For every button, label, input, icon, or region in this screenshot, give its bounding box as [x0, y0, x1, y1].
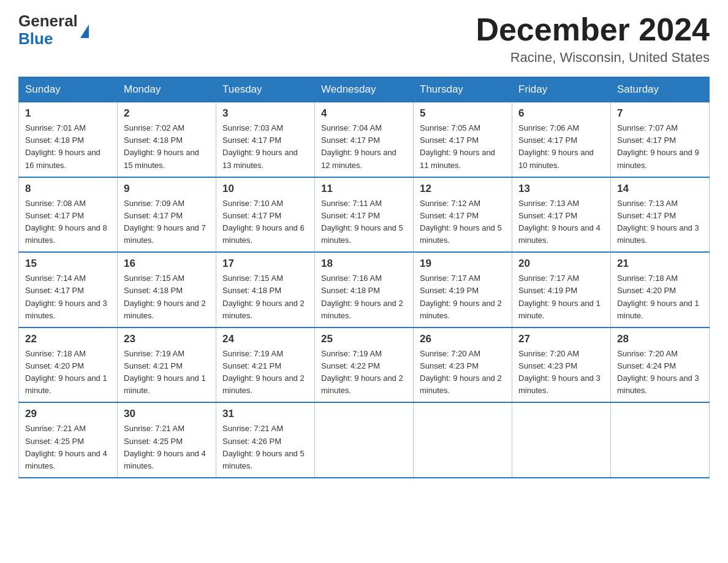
table-row: 3 Sunrise: 7:03 AM Sunset: 4:17 PM Dayli…	[216, 102, 315, 177]
table-row: 28 Sunrise: 7:20 AM Sunset: 4:24 PM Dayl…	[611, 327, 710, 403]
col-monday: Monday	[118, 77, 216, 102]
table-row	[611, 402, 710, 478]
day-number: 4	[321, 107, 407, 120]
day-info: Sunrise: 7:05 AM Sunset: 4:17 PM Dayligh…	[420, 122, 506, 172]
logo-blue-text: Blue	[18, 30, 78, 48]
day-info: Sunrise: 7:20 AM Sunset: 4:23 PM Dayligh…	[518, 348, 604, 397]
day-info: Sunrise: 7:12 AM Sunset: 4:17 PM Dayligh…	[420, 197, 506, 247]
day-info: Sunrise: 7:20 AM Sunset: 4:23 PM Dayligh…	[420, 348, 506, 397]
day-number: 7	[617, 107, 703, 120]
day-info: Sunrise: 7:19 AM Sunset: 4:22 PM Dayligh…	[321, 348, 407, 397]
table-row: 9 Sunrise: 7:09 AM Sunset: 4:17 PM Dayli…	[118, 177, 216, 253]
table-row: 21 Sunrise: 7:18 AM Sunset: 4:20 PM Dayl…	[611, 252, 710, 327]
day-info: Sunrise: 7:20 AM Sunset: 4:24 PM Dayligh…	[617, 348, 703, 397]
table-row: 20 Sunrise: 7:17 AM Sunset: 4:19 PM Dayl…	[512, 252, 611, 327]
table-row: 22 Sunrise: 7:18 AM Sunset: 4:20 PM Dayl…	[19, 327, 118, 403]
day-info: Sunrise: 7:01 AM Sunset: 4:18 PM Dayligh…	[25, 122, 111, 172]
table-row: 2 Sunrise: 7:02 AM Sunset: 4:18 PM Dayli…	[118, 102, 216, 177]
table-row: 14 Sunrise: 7:13 AM Sunset: 4:17 PM Dayl…	[611, 177, 710, 253]
day-number: 6	[518, 107, 604, 120]
table-row: 11 Sunrise: 7:11 AM Sunset: 4:17 PM Dayl…	[315, 177, 414, 253]
calendar-week-row: 1 Sunrise: 7:01 AM Sunset: 4:18 PM Dayli…	[19, 102, 710, 177]
day-info: Sunrise: 7:15 AM Sunset: 4:18 PM Dayligh…	[222, 272, 308, 322]
col-sunday: Sunday	[19, 77, 118, 102]
day-number: 23	[124, 333, 210, 345]
day-info: Sunrise: 7:15 AM Sunset: 4:18 PM Dayligh…	[124, 272, 210, 322]
day-number: 11	[321, 183, 407, 195]
page-header: General Blue December 2024 Racine, Wisco…	[18, 12, 710, 66]
day-number: 31	[222, 408, 308, 420]
day-number: 28	[617, 333, 703, 345]
table-row: 8 Sunrise: 7:08 AM Sunset: 4:17 PM Dayli…	[19, 177, 118, 253]
day-number: 10	[222, 183, 308, 195]
table-row: 24 Sunrise: 7:19 AM Sunset: 4:21 PM Dayl…	[216, 327, 315, 403]
day-info: Sunrise: 7:03 AM Sunset: 4:17 PM Dayligh…	[222, 122, 308, 172]
col-tuesday: Tuesday	[216, 77, 315, 102]
day-info: Sunrise: 7:18 AM Sunset: 4:20 PM Dayligh…	[25, 348, 111, 397]
days-of-week-row: Sunday Monday Tuesday Wednesday Thursday…	[19, 77, 710, 102]
table-row: 18 Sunrise: 7:16 AM Sunset: 4:18 PM Dayl…	[315, 252, 414, 327]
day-number: 13	[518, 183, 604, 195]
day-info: Sunrise: 7:17 AM Sunset: 4:19 PM Dayligh…	[420, 272, 506, 322]
day-info: Sunrise: 7:19 AM Sunset: 4:21 PM Dayligh…	[222, 348, 308, 397]
day-number: 25	[321, 333, 407, 345]
location-subtitle: Racine, Wisconsin, United States	[476, 50, 710, 66]
day-number: 5	[420, 107, 506, 120]
day-number: 22	[25, 333, 111, 345]
table-row: 30 Sunrise: 7:21 AM Sunset: 4:25 PM Dayl…	[118, 402, 216, 478]
table-row: 1 Sunrise: 7:01 AM Sunset: 4:18 PM Dayli…	[19, 102, 118, 177]
calendar-week-row: 29 Sunrise: 7:21 AM Sunset: 4:25 PM Dayl…	[19, 402, 710, 478]
day-number: 24	[222, 333, 308, 345]
table-row: 7 Sunrise: 7:07 AM Sunset: 4:17 PM Dayli…	[611, 102, 710, 177]
day-number: 30	[124, 408, 210, 420]
day-info: Sunrise: 7:17 AM Sunset: 4:19 PM Dayligh…	[518, 272, 604, 322]
table-row: 5 Sunrise: 7:05 AM Sunset: 4:17 PM Dayli…	[414, 102, 512, 177]
table-row: 25 Sunrise: 7:19 AM Sunset: 4:22 PM Dayl…	[315, 327, 414, 403]
table-row: 27 Sunrise: 7:20 AM Sunset: 4:23 PM Dayl…	[512, 327, 611, 403]
logo-general-text: General	[18, 12, 78, 30]
day-number: 17	[222, 258, 308, 270]
day-number: 26	[420, 333, 506, 345]
calendar-week-row: 15 Sunrise: 7:14 AM Sunset: 4:17 PM Dayl…	[19, 252, 710, 327]
calendar-week-row: 22 Sunrise: 7:18 AM Sunset: 4:20 PM Dayl…	[19, 327, 710, 403]
table-row: 13 Sunrise: 7:13 AM Sunset: 4:17 PM Dayl…	[512, 177, 611, 253]
day-info: Sunrise: 7:10 AM Sunset: 4:17 PM Dayligh…	[222, 197, 308, 247]
table-row: 16 Sunrise: 7:15 AM Sunset: 4:18 PM Dayl…	[118, 252, 216, 327]
day-number: 21	[617, 258, 703, 270]
day-number: 27	[518, 333, 604, 345]
day-number: 12	[420, 183, 506, 195]
day-info: Sunrise: 7:13 AM Sunset: 4:17 PM Dayligh…	[617, 197, 703, 247]
day-info: Sunrise: 7:14 AM Sunset: 4:17 PM Dayligh…	[25, 272, 111, 322]
table-row: 26 Sunrise: 7:20 AM Sunset: 4:23 PM Dayl…	[414, 327, 512, 403]
table-row	[414, 402, 512, 478]
day-info: Sunrise: 7:16 AM Sunset: 4:18 PM Dayligh…	[321, 272, 407, 322]
day-info: Sunrise: 7:21 AM Sunset: 4:25 PM Dayligh…	[124, 423, 210, 472]
table-row: 12 Sunrise: 7:12 AM Sunset: 4:17 PM Dayl…	[414, 177, 512, 253]
day-info: Sunrise: 7:02 AM Sunset: 4:18 PM Dayligh…	[124, 122, 210, 172]
table-row: 31 Sunrise: 7:21 AM Sunset: 4:26 PM Dayl…	[216, 402, 315, 478]
calendar-header: Sunday Monday Tuesday Wednesday Thursday…	[19, 77, 710, 102]
col-friday: Friday	[512, 77, 611, 102]
month-title: December 2024	[476, 12, 710, 47]
col-saturday: Saturday	[611, 77, 710, 102]
day-number: 2	[124, 107, 210, 120]
table-row: 23 Sunrise: 7:19 AM Sunset: 4:21 PM Dayl…	[118, 327, 216, 403]
calendar-table: Sunday Monday Tuesday Wednesday Thursday…	[18, 77, 710, 478]
day-info: Sunrise: 7:06 AM Sunset: 4:17 PM Dayligh…	[518, 122, 604, 172]
title-block: December 2024 Racine, Wisconsin, United …	[476, 12, 710, 66]
day-info: Sunrise: 7:19 AM Sunset: 4:21 PM Dayligh…	[124, 348, 210, 397]
day-info: Sunrise: 7:13 AM Sunset: 4:17 PM Dayligh…	[518, 197, 604, 247]
day-info: Sunrise: 7:21 AM Sunset: 4:25 PM Dayligh…	[25, 423, 111, 472]
day-number: 19	[420, 258, 506, 270]
table-row: 19 Sunrise: 7:17 AM Sunset: 4:19 PM Dayl…	[414, 252, 512, 327]
day-info: Sunrise: 7:21 AM Sunset: 4:26 PM Dayligh…	[222, 423, 308, 472]
day-number: 14	[617, 183, 703, 195]
day-info: Sunrise: 7:11 AM Sunset: 4:17 PM Dayligh…	[321, 197, 407, 247]
day-number: 8	[25, 183, 111, 195]
day-info: Sunrise: 7:07 AM Sunset: 4:17 PM Dayligh…	[617, 122, 703, 172]
day-number: 29	[25, 408, 111, 420]
day-number: 16	[124, 258, 210, 270]
table-row: 6 Sunrise: 7:06 AM Sunset: 4:17 PM Dayli…	[512, 102, 611, 177]
logo: General Blue	[18, 12, 89, 47]
day-info: Sunrise: 7:04 AM Sunset: 4:17 PM Dayligh…	[321, 122, 407, 172]
